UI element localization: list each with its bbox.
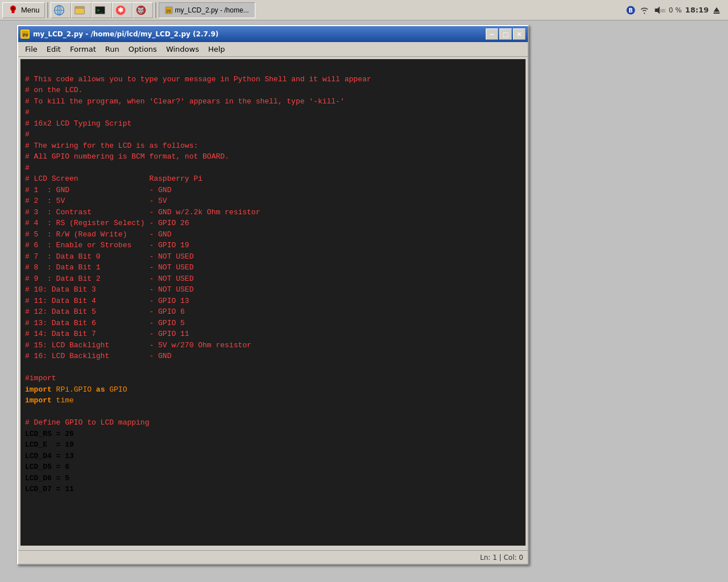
window-task-label: my_LCD_2.py - /home... (175, 6, 249, 14)
asterisk-button[interactable]: ✱ (112, 2, 133, 18)
svg-rect-8 (75, 8, 84, 14)
terminal-button[interactable]: >_ (92, 2, 112, 18)
comment-line-4: # (25, 108, 30, 117)
comment-line-18: # 8 : Data Bit 1 - NOT USED (25, 263, 193, 272)
browser-button[interactable] (51, 2, 71, 18)
menu-edit[interactable]: Edit (42, 43, 65, 55)
svg-marker-20 (655, 6, 659, 14)
svg-text:✱: ✱ (118, 6, 123, 14)
window-title: my_LCD_2.py - /home/pi/lcd/my_LCD_2.py (… (33, 30, 218, 38)
main-window: py my_LCD_2.py - /home/pi/lcd/my_LCD_2.p… (17, 25, 529, 565)
window-controls: − □ ✕ (486, 28, 526, 40)
comment-line-5: # 16x2 LCD Typing Script (25, 119, 131, 128)
svg-rect-23 (714, 13, 720, 14)
comment-line-22: # 12: Data Bit 5 - GPIO 6 (25, 307, 185, 316)
lcd-d4: LCD_D4 = 13 (25, 452, 74, 460)
active-window-button[interactable]: py my_LCD_2.py - /home... (159, 2, 255, 18)
comment-line-20: # 10: Data Bit 3 - NOT USED (25, 285, 193, 294)
close-button[interactable]: ✕ (513, 28, 526, 40)
system-tray: B )))) 0 % 18:19 (626, 5, 726, 15)
editor-scroll[interactable]: # This code allows you to type your mess… (20, 59, 526, 546)
keyword-import-1: import (25, 385, 52, 394)
raspberry-icon (7, 5, 19, 16)
menu-format[interactable]: Format (65, 43, 101, 55)
svg-text:🐺: 🐺 (137, 7, 144, 14)
menu-label: Menu (21, 6, 40, 14)
menu-options[interactable]: Options (124, 43, 162, 55)
comment-line-1: # This code allows you to type your mess… (25, 75, 371, 84)
comment-line-10: # LCD Screen Raspberry Pi (25, 174, 202, 183)
comment-line-12: # 2 : 5V - 5V (25, 197, 167, 205)
import-gpio: RPi.GPIO (52, 385, 96, 394)
comment-line-14: # 4 : RS (Register Select) - GPIO 26 (25, 219, 189, 227)
line-col-indicator: Ln: 1 | Col: 0 (480, 554, 523, 562)
filemanager-icon (74, 5, 85, 16)
taskbar-separator-2 (155, 2, 156, 18)
asterisk-icon: ✱ (115, 5, 126, 16)
battery-indicator: 0 % (669, 6, 682, 14)
comment-line-2: # on the LCD. (25, 86, 82, 94)
svg-text:py: py (167, 9, 171, 13)
comment-line-19: # 9 : Data Bit 2 - NOT USED (25, 275, 193, 283)
lcd-d6: LCD_D6 = 5 (25, 474, 69, 483)
comment-line-23: # 13: Data Bit 6 - GPIO 5 (25, 319, 185, 327)
svg-point-1 (12, 7, 15, 10)
comment-line-25: # 15: LCD Backlight - 5V w/270 Ohm resis… (25, 341, 251, 350)
lcd-rs: LCD_RS = 26 (25, 430, 74, 438)
bluetooth-icon: B (626, 5, 636, 15)
comment-line-6: # (25, 130, 30, 139)
menu-windows[interactable]: Windows (162, 43, 204, 55)
import-time: time (52, 396, 74, 405)
menu-file[interactable]: File (20, 43, 42, 55)
svg-text:>_: >_ (97, 7, 103, 13)
eject-icon (712, 6, 721, 15)
restore-button[interactable]: □ (499, 28, 512, 40)
comment-line-3: # To kill the program, when 'Clear?' app… (25, 97, 345, 106)
menu-help[interactable]: Help (204, 43, 230, 55)
window-icon: py (20, 30, 30, 39)
comment-line-21: # 11: Data Bit 4 - GPIO 13 (25, 297, 189, 305)
minimize-button[interactable]: − (486, 28, 498, 40)
browser-icon (53, 5, 65, 16)
wolf-icon: 🐺 (135, 5, 147, 16)
svg-text:B: B (628, 7, 632, 13)
comment-line-26: # 16: LCD Backlight - GND (25, 352, 171, 360)
keyword-as: as (96, 385, 105, 394)
comment-line-11: # 1 : GND - GND (25, 186, 171, 194)
wifi-icon (639, 5, 650, 15)
keyword-import-2: import (25, 396, 52, 405)
taskbar: Menu >_ ✱ 🐺 (0, 0, 728, 20)
svg-text:py: py (23, 32, 28, 37)
menu-button[interactable]: Menu (2, 2, 45, 18)
comment-line-17: # 7 : Data Bit 0 - NOT USED (25, 252, 193, 261)
python-file-icon: py (165, 6, 173, 14)
menu-bar: File Edit Format Run Options Windows Hel… (18, 42, 528, 57)
comment-line-16: # 6 : Enable or Strobes - GPIO 19 (25, 241, 189, 250)
volume-icon: )))) (653, 5, 665, 15)
import-gpio-alias: GPIO (105, 385, 127, 394)
svg-marker-22 (714, 7, 720, 11)
svg-point-19 (644, 13, 645, 14)
comment-line-9: # (25, 164, 30, 172)
wolf-button[interactable]: 🐺 (133, 2, 153, 18)
editor-content[interactable]: # This code allows you to type your mess… (20, 59, 526, 546)
comment-line-13: # 3 : Contrast - GND w/2.2k Ohm resistor (25, 208, 260, 217)
editor-container: # This code allows you to type your mess… (20, 59, 526, 546)
lcd-d5: LCD_D5 = 6 (25, 463, 69, 471)
comment-line-15: # 5 : R/W (Read Write) - GND (25, 230, 171, 239)
comment-line-8: # All GPIO numbering is BCM format, not … (25, 152, 229, 161)
lcd-d7: LCD_D7 = 11 (25, 485, 74, 493)
comment-define: # Define GPIO to LCD mapping (25, 418, 149, 427)
menu-run[interactable]: Run (101, 43, 124, 55)
title-bar: py my_LCD_2.py - /home/pi/lcd/my_LCD_2.p… (18, 26, 528, 42)
taskbar-separator (47, 2, 48, 18)
status-bar: Ln: 1 | Col: 0 (18, 550, 528, 564)
lcd-e: LCD_E = 19 (25, 440, 74, 449)
comment-line-7: # The wiring for the LCD is as follows: (25, 142, 198, 150)
filemanager-button[interactable] (71, 2, 92, 18)
comment-import: #import (25, 374, 56, 383)
clock: 18:19 (685, 6, 709, 14)
comment-line-24: # 14: Data Bit 7 - GPIO 11 (25, 330, 189, 338)
svg-rect-2 (12, 10, 15, 13)
svg-text:)))): )))) (660, 9, 665, 13)
